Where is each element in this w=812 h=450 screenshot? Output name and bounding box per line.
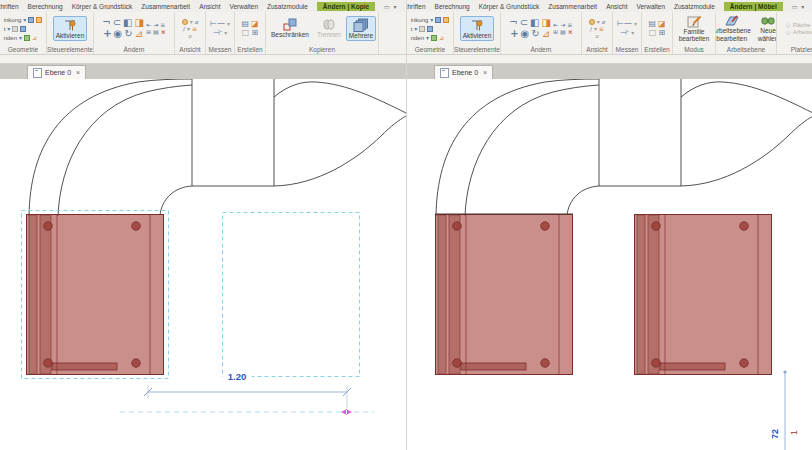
unpin-icon[interactable]: ▤	[153, 29, 159, 35]
familie-bearbeiten-button[interactable]: Familie bearbeiten	[675, 13, 713, 45]
trim-icon[interactable]: ¬	[509, 18, 517, 28]
mirror-axis-icon[interactable]: ◧	[530, 18, 539, 28]
join-icon[interactable]	[419, 26, 425, 32]
duct-linework[interactable]	[436, 79, 812, 216]
drawing-area-right[interactable]: 72 1	[407, 79, 812, 450]
tab-zusatzmodule[interactable]: Zusatzmodule	[674, 3, 715, 10]
tab-koerper-grundstueck[interactable]: Körper & Grundstück	[72, 3, 133, 10]
assembly-icon[interactable]: ◪	[251, 20, 259, 28]
view-tab-ebene0[interactable]: Ebene 0 ×	[27, 65, 86, 79]
geometrie-row-2[interactable]: t	[4, 26, 6, 32]
trennen-button[interactable]: Trennen	[314, 16, 344, 40]
pin-tool-icon[interactable]: ⊞	[146, 29, 151, 35]
geometry-icon[interactable]	[36, 17, 42, 23]
parts-icon[interactable]: □	[242, 29, 250, 37]
delete-icon[interactable]: ×	[161, 29, 166, 35]
scale-icon[interactable]: ⊿	[135, 29, 143, 39]
cope-icon[interactable]	[435, 17, 441, 23]
join-icon[interactable]	[12, 26, 18, 32]
group-icon[interactable]: ▤	[241, 20, 249, 28]
group-icon[interactable]: ▤	[648, 20, 656, 28]
lightbulb-icon[interactable]	[182, 19, 188, 25]
wall-joins-icon[interactable]	[24, 35, 30, 41]
geometrie-row-3[interactable]: nden	[4, 35, 17, 41]
create-similar-icon[interactable]: ⊞	[658, 29, 665, 37]
create-similar-icon[interactable]: ⊞	[251, 29, 258, 37]
delete-icon[interactable]: ×	[568, 29, 573, 35]
geometrie-row-2[interactable]: t	[411, 26, 413, 32]
arbeitsebene-bearbeiten-button[interactable]: Arbeitsebene bearbeiten	[716, 13, 753, 44]
aktivieren-button[interactable]: Aktivieren	[460, 16, 495, 41]
measure-icon[interactable]: ⊢—	[210, 20, 225, 28]
offset-icon[interactable]: ⊂	[520, 18, 528, 28]
furniture-table-selected[interactable]	[27, 215, 164, 375]
copy-icon[interactable]: ◉	[521, 29, 530, 39]
dimension-icon[interactable]: ⊣·	[620, 29, 630, 37]
unpin-icon[interactable]: ▤	[560, 29, 566, 35]
tab-aendern-moebel-active[interactable]: Ändern | Möbel	[724, 2, 783, 11]
tab-verwalten[interactable]: Verwalten	[636, 3, 665, 10]
tab-aendern-kopie-active[interactable]: Ändern | Kopie	[317, 2, 375, 11]
linework-icon[interactable]: ∕	[183, 26, 185, 32]
mehrere-button[interactable]: Mehrere	[346, 16, 376, 41]
furniture-table-copy[interactable]	[635, 215, 772, 375]
unjoin-icon[interactable]	[427, 26, 433, 32]
tab-zusammenarbeit[interactable]: Zusammenarbeit	[141, 3, 190, 10]
ribbon-collapse-icon[interactable]: ▭ ▾	[384, 3, 397, 10]
trim-icon[interactable]: ¬	[102, 18, 110, 28]
drawing-area-left[interactable]: 1.20	[0, 79, 406, 450]
copy-icon[interactable]: ◉	[114, 29, 123, 39]
tab-berechnung[interactable]: Berechnung	[435, 3, 470, 10]
furniture-table-original[interactable]	[436, 215, 573, 375]
beschraenken-button[interactable]: Beschränken	[268, 16, 312, 40]
close-view-icon[interactable]: ×	[483, 69, 487, 76]
linework-icon[interactable]: ∕	[590, 26, 592, 32]
hide-icon[interactable]: ⌀	[602, 19, 606, 25]
ribbon-collapse-icon[interactable]: ▭ ▾	[792, 3, 805, 10]
geometrie-row-1[interactable]: inkung	[4, 17, 22, 23]
offset-icon[interactable]: ⊂	[113, 18, 121, 28]
close-view-icon[interactable]: ×	[76, 69, 80, 76]
wall-joins-icon[interactable]	[431, 35, 437, 41]
move-icon[interactable]: +	[510, 29, 518, 39]
tab-koerper-grundstueck[interactable]: Körper & Grundstück	[479, 3, 540, 10]
arbeitsebene-option[interactable]: Arbeitsebene	[793, 29, 812, 35]
wrench-icon[interactable]: ⊿	[32, 35, 37, 41]
dimension-value-text[interactable]: 72	[770, 429, 780, 439]
tab-zusatzmodule[interactable]: Zusatzmodule	[267, 3, 308, 10]
tab-zusammenarbeit[interactable]: Zusammenarbeit	[548, 3, 597, 10]
flaeche-option[interactable]: Fläche	[793, 22, 811, 28]
tab-berechnung[interactable]: Berechnung	[28, 3, 63, 10]
cope-icon[interactable]	[28, 17, 34, 23]
mirror-draw-icon[interactable]: ◨	[135, 18, 144, 28]
rotate-icon[interactable]: ↻	[531, 29, 539, 39]
geometrie-row-3[interactable]: nden	[411, 35, 424, 41]
reveal-icon[interactable]: ⌀	[595, 33, 599, 39]
assembly-icon[interactable]: ◪	[658, 20, 666, 28]
tab-ansicht[interactable]: Ansicht	[606, 3, 627, 10]
geometrie-row-1[interactable]: inkung	[411, 17, 429, 23]
view-tab-ebene0[interactable]: Ebene 0 ×	[434, 65, 493, 79]
tab-ansicht[interactable]: Ansicht	[199, 3, 220, 10]
override-icon[interactable]: ≡	[192, 26, 197, 32]
tab-beschriften[interactable]: schriften	[0, 3, 19, 10]
measure-icon[interactable]: ⊢—	[617, 20, 632, 28]
lightbulb-icon[interactable]	[589, 19, 595, 25]
reveal-icon[interactable]: ⌀	[188, 33, 192, 39]
geometry-icon[interactable]	[443, 17, 449, 23]
tab-beschriften[interactable]: schriften	[407, 3, 426, 10]
override-icon[interactable]: ≡	[599, 26, 604, 32]
pin-tool-icon[interactable]: ⊞	[553, 29, 558, 35]
tab-verwalten[interactable]: Verwalten	[229, 3, 258, 10]
scale-icon[interactable]: ⊿	[542, 29, 550, 39]
dimension-value-text[interactable]: 1.20	[228, 371, 247, 382]
duct-linework[interactable]	[29, 79, 406, 216]
hide-icon[interactable]: ⌀	[195, 19, 199, 25]
neue-waehlen-button[interactable]: Neue wählen	[755, 13, 776, 44]
dimension-edit-value[interactable]: 1	[789, 430, 799, 435]
mirror-axis-icon[interactable]: ◧	[123, 18, 132, 28]
move-icon[interactable]: +	[103, 29, 111, 39]
wrench-icon[interactable]: ⊿	[439, 35, 444, 41]
dimension-icon[interactable]: ⊣·	[213, 29, 223, 37]
mirror-draw-icon[interactable]: ◨	[542, 18, 551, 28]
